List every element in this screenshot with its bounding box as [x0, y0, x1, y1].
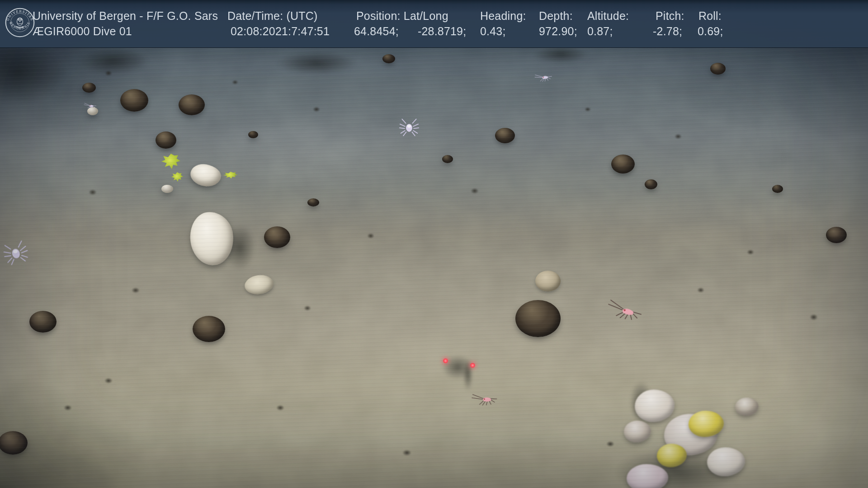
pitch-value: -2.78; — [653, 25, 682, 38]
position-values: 64.8454;-28.8719; — [354, 25, 466, 38]
altitude-value: 0.87; — [587, 25, 613, 38]
roll-label: Roll: — [698, 9, 722, 23]
position-label: Position: Lat/Long — [356, 9, 448, 23]
dive-title: ÆGIR6000 Dive 01 — [33, 25, 132, 38]
altitude-label: Altitude: — [587, 9, 629, 23]
latitude-value: 64.8454; — [354, 25, 399, 38]
pitch-label: Pitch: — [656, 9, 684, 23]
depth-label: Depth: — [539, 9, 573, 23]
telemetry-hud-bar: UNIVERSITAS BERGENSIS University of Berg… — [0, 0, 868, 48]
rov-video-frame: UNIVERSITAS BERGENSIS University of Berg… — [0, 0, 868, 488]
longitude-value: -28.8719; — [418, 25, 466, 38]
vessel-title: University of Bergen - F/F G.O. Sars — [33, 9, 218, 23]
video-scanline-artifacts — [0, 0, 868, 488]
roll-value: 0.69; — [698, 25, 723, 38]
heading-value: 0.43; — [480, 25, 506, 38]
datetime-value: 02:08:2021:7:47:51 — [231, 25, 330, 38]
seal-top-text: UNIVERSITAS — [5, 9, 34, 21]
svg-text:UNIVERSITAS: UNIVERSITAS — [5, 9, 34, 21]
datetime-label: Date/Time: (UTC) — [227, 9, 318, 23]
heading-label: Heading: — [480, 9, 526, 23]
depth-value: 972.90; — [539, 25, 577, 38]
university-of-bergen-seal-icon: UNIVERSITAS BERGENSIS — [5, 7, 35, 38]
